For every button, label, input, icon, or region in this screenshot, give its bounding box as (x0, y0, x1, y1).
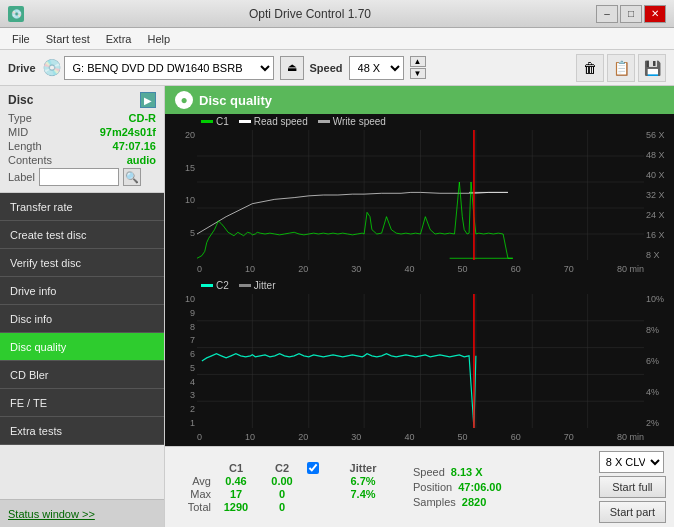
read-speed-legend-dot (239, 120, 251, 123)
stats-table: C1 C2 Jitter Avg 0.46 0.00 6.7% Max 17 0 (173, 462, 389, 513)
speed-label: Speed (310, 62, 343, 74)
total-c2: 0 (261, 501, 303, 513)
length-label: Length (8, 140, 42, 152)
total-label: Total (173, 501, 211, 513)
sidebar-item-fe-te[interactable]: FE / TE (0, 389, 164, 417)
titlebar: 💿 Opti Drive Control 1.70 – □ ✕ (0, 0, 674, 28)
minimize-button[interactable]: – (596, 5, 618, 23)
label-input[interactable] (39, 168, 119, 186)
status-window-bar[interactable]: Status window >> (0, 499, 164, 527)
bottom-x-axis: 0 10 20 30 40 50 60 70 80 min (197, 428, 644, 446)
menu-file[interactable]: File (4, 31, 38, 47)
c2-legend-dot (201, 284, 213, 287)
speed-info-panel: Speed 8.13 X Position 47:06.00 Samples 2… (413, 466, 502, 508)
avg-label: Avg (173, 475, 211, 487)
drive-label: Drive (8, 62, 36, 74)
jitter-legend-dot (239, 284, 251, 287)
c2-header: C2 (261, 462, 303, 474)
close-button[interactable]: ✕ (644, 5, 666, 23)
eject-button[interactable]: ⏏ (280, 56, 304, 80)
disc-quality-label: Disc quality (10, 341, 66, 353)
position-label: Position (413, 481, 452, 493)
sidebar-item-transfer-rate[interactable]: Transfer rate (0, 193, 164, 221)
disc-section: Disc ▶ Type CD-R MID 97m24s01f Length 47… (0, 86, 164, 193)
menu-extra[interactable]: Extra (98, 31, 140, 47)
jitter-checkbox[interactable] (307, 462, 319, 474)
samples-label: Samples (413, 496, 456, 508)
cd-bler-label: CD Bler (10, 369, 49, 381)
mid-label: MID (8, 126, 28, 138)
c1-legend-text: C1 (216, 116, 229, 127)
disc-quality-title: Disc quality (199, 93, 272, 108)
top-chart-area: C1 Read speed Write speed 20 15 10 5 (165, 114, 674, 278)
top-y-axis-left: 20 15 10 5 (165, 130, 197, 260)
speed-row: Speed 8.13 X (413, 466, 502, 478)
length-value: 47:07.16 (113, 140, 156, 152)
c1-header: C1 (215, 462, 257, 474)
sidebar-item-create-test-disc[interactable]: Create test disc (0, 221, 164, 249)
menu-start-test[interactable]: Start test (38, 31, 98, 47)
read-speed-legend-text: Read speed (254, 116, 308, 127)
sidebar-item-disc-quality[interactable]: Disc quality (0, 333, 164, 361)
transfer-rate-label: Transfer rate (10, 201, 73, 213)
drive-select[interactable]: G: BENQ DVD DD DW1640 BSRB (64, 56, 274, 80)
samples-value: 2820 (462, 496, 486, 508)
drivebar: Drive 💿 G: BENQ DVD DD DW1640 BSRB ⏏ Spe… (0, 50, 674, 86)
app-icon: 💿 (8, 6, 24, 22)
max-c1: 17 (215, 488, 257, 500)
sidebar-item-cd-bler[interactable]: CD Bler (0, 361, 164, 389)
erase-icon-button[interactable]: 🗑 (576, 54, 604, 82)
menu-help[interactable]: Help (139, 31, 178, 47)
start-full-button[interactable]: Start full (599, 476, 666, 498)
max-c2: 0 (261, 488, 303, 500)
start-part-button[interactable]: Start part (599, 501, 666, 523)
maximize-button[interactable]: □ (620, 5, 642, 23)
max-jitter: 7.4% (337, 488, 389, 500)
save-icon-button[interactable]: 💾 (638, 54, 666, 82)
copy-icon-button[interactable]: 📋 (607, 54, 635, 82)
bottom-chart-area: C2 Jitter 10 9 8 7 6 5 4 3 2 1 (165, 278, 674, 446)
sidebar-item-drive-info[interactable]: Drive info (0, 277, 164, 305)
write-speed-legend-dot (318, 120, 330, 123)
jitter-checkbox-label[interactable] (307, 462, 333, 474)
disc-arrow-button[interactable]: ▶ (140, 92, 156, 108)
samples-row: Samples 2820 (413, 496, 502, 508)
status-window-link[interactable]: Status window >> (8, 508, 95, 520)
position-row: Position 47:06.00 (413, 481, 502, 493)
speed-label2: Speed (413, 466, 445, 478)
speed-select[interactable]: 48 X 16 X 24 X 32 X (349, 56, 404, 80)
sidebar-item-extra-tests[interactable]: Extra tests (0, 417, 164, 445)
label-label: Label (8, 171, 35, 183)
right-controls: 8 X CLV 4 X CLV 16 X CLV 32 X CLV Start … (599, 451, 666, 523)
sidebar-item-disc-info[interactable]: Disc info (0, 305, 164, 333)
type-value: CD-R (129, 112, 157, 124)
avg-c1: 0.46 (215, 475, 257, 487)
stats-row: C1 C2 Jitter Avg 0.46 0.00 6.7% Max 17 0 (173, 451, 666, 523)
speed-down-button[interactable]: ▼ (410, 68, 426, 79)
toolbar-icons: 🗑 📋 💾 (576, 54, 666, 82)
label-icon-button[interactable]: 🔍 (123, 168, 141, 186)
drive-icon: 💿 (42, 58, 62, 77)
top-legend: C1 Read speed Write speed (201, 116, 644, 127)
drive-info-label: Drive info (10, 285, 56, 297)
top-chart-svg (197, 130, 644, 260)
mid-value: 97m24s01f (100, 126, 156, 138)
position-value: 47:06.00 (458, 481, 501, 493)
window-controls: – □ ✕ (596, 5, 666, 23)
speed-up-button[interactable]: ▲ (410, 56, 426, 67)
contents-value: audio (127, 154, 156, 166)
main-area: Disc ▶ Type CD-R MID 97m24s01f Length 47… (0, 86, 674, 527)
left-panel: Disc ▶ Type CD-R MID 97m24s01f Length 47… (0, 86, 165, 527)
sidebar-item-verify-test-disc[interactable]: Verify test disc (0, 249, 164, 277)
verify-test-disc-label: Verify test disc (10, 257, 81, 269)
c2-legend-text: C2 (216, 280, 229, 291)
sidebar-menu: Transfer rate Create test disc Verify te… (0, 193, 164, 499)
contents-label: Contents (8, 154, 52, 166)
drive-select-wrap: 💿 G: BENQ DVD DD DW1640 BSRB (42, 56, 274, 80)
avg-jitter: 6.7% (337, 475, 389, 487)
speed-mode-select[interactable]: 8 X CLV 4 X CLV 16 X CLV 32 X CLV (599, 451, 664, 473)
jitter-legend-text: Jitter (254, 280, 276, 291)
disc-info-label: Disc info (10, 313, 52, 325)
extra-tests-label: Extra tests (10, 425, 62, 437)
max-label: Max (173, 488, 211, 500)
